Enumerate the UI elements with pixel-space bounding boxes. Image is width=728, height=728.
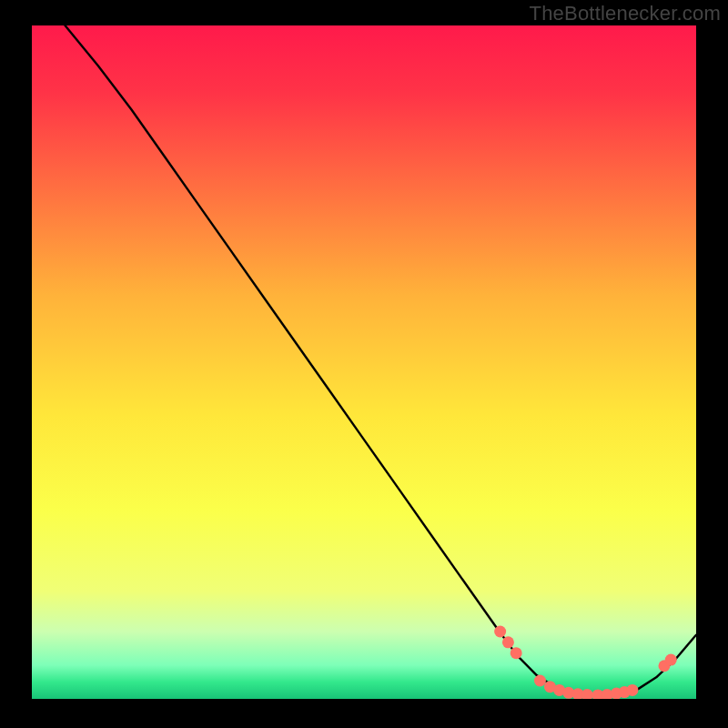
- data-point: [534, 675, 546, 687]
- data-point: [665, 654, 677, 666]
- data-point: [626, 684, 638, 696]
- data-point: [502, 636, 514, 648]
- chart-stage: TheBottlenecker.com: [0, 0, 728, 728]
- data-point: [511, 647, 522, 659]
- attribution-watermark: TheBottlenecker.com: [530, 2, 721, 25]
- bottleneck-chart: [32, 25, 696, 699]
- data-point: [494, 626, 506, 638]
- gradient-background: [32, 25, 696, 699]
